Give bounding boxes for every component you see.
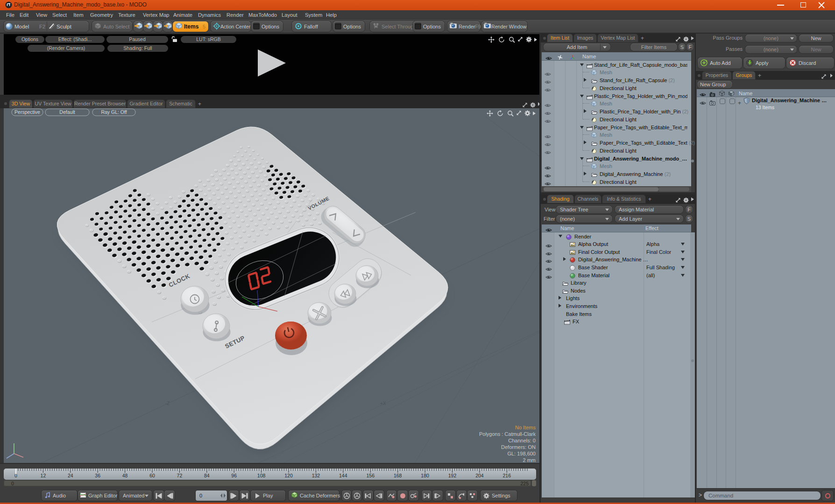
svg-text:108: 108: [257, 473, 266, 478]
svg-text:168: 168: [394, 473, 402, 478]
svg-text:216: 216: [503, 473, 511, 478]
svg-text:Polygons : Catmull-Clark: Polygons : Catmull-Clark: [479, 431, 536, 437]
svg-text:+X: +X: [380, 401, 386, 406]
svg-text:204: 204: [475, 473, 484, 478]
svg-text:No Items: No Items: [515, 425, 536, 430]
svg-text:180: 180: [421, 473, 429, 478]
svg-text:Ray GL: Off: Ray GL: Off: [101, 109, 127, 115]
svg-text:144: 144: [339, 473, 347, 478]
svg-text:Default: Default: [59, 109, 75, 115]
svg-text:132: 132: [312, 473, 320, 478]
svg-text:GL: 198,600: GL: 198,600: [507, 451, 536, 456]
svg-text:24: 24: [68, 473, 73, 478]
svg-text:96: 96: [231, 473, 237, 478]
svg-text:Perspective: Perspective: [14, 109, 40, 115]
svg-text:192: 192: [448, 473, 457, 478]
svg-text:120: 120: [284, 473, 293, 478]
svg-text:72: 72: [177, 473, 183, 478]
svg-text:156: 156: [367, 473, 375, 478]
svg-text:Channels: 0: Channels: 0: [508, 438, 536, 443]
svg-text:60: 60: [149, 473, 155, 478]
svg-text:12: 12: [41, 473, 46, 478]
svg-text:Deformers: ON: Deformers: ON: [501, 444, 536, 450]
svg-text:2 mm: 2 mm: [523, 457, 536, 463]
svg-text:-Z: -Z: [165, 401, 170, 406]
svg-text:48: 48: [122, 473, 128, 478]
svg-text:84: 84: [204, 473, 210, 478]
svg-text:36: 36: [95, 473, 100, 478]
